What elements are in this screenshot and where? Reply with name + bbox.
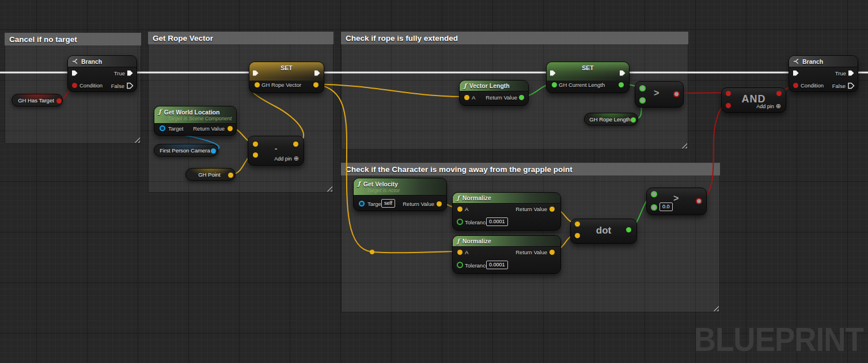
variable-get-gh-has-target[interactable]: GH Has Target [12,94,63,106]
false-exec-pin[interactable] [848,82,855,89]
node-header: ƒ Normalize [453,193,560,204]
target-pin[interactable] [160,125,165,131]
return-pin[interactable] [549,250,555,255]
output-pin[interactable] [696,198,702,204]
value-pin-label: GH Current Length [559,82,605,88]
greater-than-node-top[interactable]: > [635,81,684,108]
node-title: SET [547,64,629,71]
value-in-pin[interactable] [255,82,260,87]
input-a-pin[interactable] [726,91,731,96]
comment-title: Cancel if no target [9,35,77,44]
subtract-node[interactable]: - Add pin ⊕ [248,136,304,166]
comment-resize-handle[interactable] [325,184,332,192]
tolerance-value-input[interactable]: 0.0001 [486,217,508,226]
tolerance-pin[interactable] [457,219,463,225]
variable-get-gh-rope-length[interactable]: GH Rope Length [584,113,638,125]
node-header: ƒ Get World Location Target is Scene Com… [154,106,236,124]
normalize-node-bottom[interactable]: ƒ Normalize A Return Value Tolerance 0.0… [452,235,561,274]
function-icon: ƒ [457,194,460,202]
condition-pin[interactable] [793,83,798,88]
tolerance-pin[interactable] [457,262,463,268]
comment-resize-handle[interactable] [680,141,687,148]
set-gh-rope-vector-node[interactable]: SET GH Rope Vector [249,62,324,93]
reroute-node[interactable] [370,250,374,254]
variable-label: GH Point [198,171,221,178]
comment-header[interactable]: Check if rope is fully extended [341,32,688,44]
return-pin[interactable] [437,201,442,207]
dot-product-node[interactable]: dot [570,219,637,244]
compare-value-input[interactable]: 0.0 [659,202,673,211]
true-exec-pin[interactable] [848,70,855,77]
and-node[interactable]: AND Add pin ⊕ [721,87,786,113]
add-pin-button[interactable]: Add pin ⊕ [274,155,299,162]
input-b-pin[interactable] [726,103,731,108]
false-exec-pin[interactable] [127,82,134,89]
output-pin[interactable] [56,98,62,104]
target-pin[interactable] [359,201,365,207]
return-pin[interactable] [549,207,555,212]
set-gh-current-length-node[interactable]: SET GH Current Length [546,62,630,93]
input-a-pin[interactable] [457,207,463,212]
branch-node-left[interactable]: Branch True Condition False [67,55,137,92]
value-out-pin[interactable] [619,82,624,87]
add-pin-button[interactable]: Add pin ⊕ [756,102,781,110]
input-a-pin[interactable] [464,95,469,100]
get-world-location-node[interactable]: ƒ Get World Location Target is Scene Com… [154,106,237,136]
function-icon: ƒ [457,238,460,245]
vector-length-node[interactable]: ƒ Vector Length A Return Value [459,80,529,106]
input-b-pin[interactable] [575,233,580,238]
output-pin[interactable] [631,117,636,123]
value-in-pin[interactable] [552,82,557,87]
tolerance-value-input[interactable]: 0.0001 [486,261,508,269]
add-pin-label: Add pin [756,104,774,109]
return-pin-label: Return Value [516,249,547,255]
target-value-input[interactable]: self [381,199,395,208]
output-pin[interactable] [626,227,631,232]
input-a-pin[interactable] [639,85,646,91]
comment-header[interactable]: Get Rope Vector [148,32,333,44]
variable-get-first-person-camera[interactable]: First Person Camera [154,144,218,156]
graph-canvas[interactable]: BLUEPRINT Cancel if no target Get Rope V… [0,0,868,363]
comment-resize-handle[interactable] [132,135,140,143]
value-out-pin[interactable] [313,82,319,87]
output-pin[interactable] [228,173,233,178]
exec-out-pin[interactable] [314,70,321,77]
input-b-pin[interactable] [253,152,258,158]
get-velocity-node[interactable]: ƒ Get Velocity Target is Actor Target se… [353,178,447,211]
exec-out-pin[interactable] [619,70,626,77]
output-pin[interactable] [211,148,216,154]
function-icon: ƒ [464,82,467,90]
comment-resize-handle[interactable] [711,304,719,311]
exec-in-pin[interactable] [71,70,78,77]
exec-in-pin[interactable] [549,70,556,77]
exec-in-pin[interactable] [793,70,799,77]
exec-in-pin[interactable] [252,70,259,77]
node-header: ƒ Normalize [453,236,560,247]
comment-title: Check if the Character is moving away fr… [346,165,573,174]
output-pin[interactable] [293,142,298,147]
input-b-pin[interactable] [639,97,646,104]
condition-pin[interactable] [72,83,77,88]
input-a-pin[interactable] [457,250,463,255]
false-pin-label: False [111,83,124,89]
input-b-pin[interactable] [651,204,657,211]
branch-icon [72,58,78,64]
comment-header[interactable]: Cancel if no target [5,33,141,45]
variable-get-gh-point[interactable]: GH Point [185,168,236,181]
return-pin[interactable] [228,126,233,131]
branch-node-right[interactable]: Branch True Condition False [789,55,858,92]
true-exec-pin[interactable] [127,70,134,77]
comment-header[interactable]: Check if the Character is moving away fr… [341,163,720,175]
normalize-node-top[interactable]: ƒ Normalize A Return Value Tolerance 0.0… [452,192,561,231]
input-a-pin[interactable] [575,221,580,227]
target-pin-label: Target [367,201,382,207]
output-pin[interactable] [673,91,680,97]
input-a-pin[interactable] [253,142,258,147]
input-a-pin[interactable] [651,191,657,197]
output-pin[interactable] [776,91,782,96]
comment-title: Check if rope is fully extended [346,34,458,43]
return-pin[interactable] [519,95,524,100]
node-subtitle: Target is Scene Component [168,116,232,121]
greater-than-node-bottom[interactable]: 0.0 > [646,188,707,215]
add-pin-icon: ⊕ [294,155,299,162]
